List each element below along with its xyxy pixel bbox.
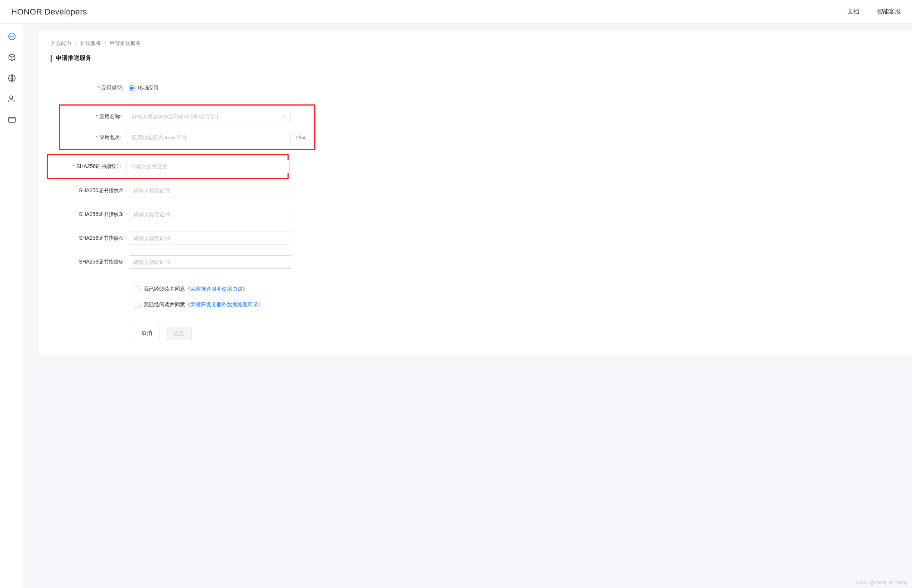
sidebar-chart-icon[interactable]: [7, 31, 17, 42]
content-area: 开放能力 / 推送服务 / 申请推送服务 申请推送服务 *应用类型:: [24, 24, 912, 588]
breadcrumb-item-0[interactable]: 开放能力: [50, 40, 71, 46]
sha2-row: SHA256证书指纹2:: [62, 183, 900, 198]
app-name-select[interactable]: [127, 110, 290, 123]
app-type-label: *应用类型:: [62, 85, 129, 91]
sha4-input[interactable]: [129, 231, 292, 245]
highlight-sha1: *SHA256证书指纹1:: [47, 154, 288, 179]
sha2-input[interactable]: [129, 184, 292, 197]
submit-button[interactable]: 提交: [166, 327, 192, 340]
sha1-row: *SHA256证书指纹1:: [59, 159, 283, 174]
package-name-label: *应用包名:: [60, 134, 127, 141]
svg-point-2: [10, 96, 13, 99]
agreement1-text: 我已经阅读并同意: [144, 286, 185, 292]
sidebar: $: [0, 24, 24, 588]
breadcrumb: 开放能力 / 推送服务 / 申请推送服务: [50, 40, 900, 47]
sha5-input[interactable]: [129, 255, 292, 269]
sha3-input[interactable]: [129, 208, 292, 221]
button-row: 取消 提交: [134, 327, 900, 340]
page-title: 申请推送服务: [56, 54, 91, 62]
sidebar-user-money-icon[interactable]: $: [7, 94, 17, 104]
header: HONOR Developers 文档 智能客服: [0, 0, 912, 24]
package-name-input[interactable]: [127, 131, 290, 144]
sha2-label: SHA256证书指纹2:: [62, 187, 129, 194]
title-bar-icon: [50, 55, 52, 62]
app-type-radio[interactable]: 移动应用: [129, 85, 159, 91]
app-type-row: *应用类型: 移动应用: [62, 81, 900, 95]
sha4-row: SHA256证书指纹4:: [62, 231, 900, 246]
agreement2-text: 我已经阅读并同意: [144, 301, 185, 308]
form: *应用类型: 移动应用 *应用名称:: [50, 81, 900, 340]
sha3-label: SHA256证书指纹3:: [62, 211, 129, 218]
nav-docs[interactable]: 文档: [847, 8, 859, 16]
nav-support[interactable]: 智能客服: [877, 8, 901, 16]
radio-icon: [129, 85, 134, 91]
sha1-input[interactable]: [126, 160, 290, 173]
sidebar-cube-plus-icon[interactable]: [7, 52, 17, 63]
sha5-label: SHA256证书指纹5:: [62, 259, 129, 265]
agreement1-checkbox[interactable]: [134, 286, 140, 292]
svg-rect-4: [8, 118, 15, 122]
sidebar-globe-icon[interactable]: [7, 73, 17, 83]
app-name-row: *应用名称:: [60, 109, 310, 124]
package-char-count: 0/64: [296, 134, 306, 141]
agreement2-checkbox[interactable]: [134, 302, 140, 308]
page-title-wrap: 申请推送服务: [50, 54, 900, 62]
cancel-button[interactable]: 取消: [134, 327, 160, 340]
agreement-row-2: 我已经阅读并同意 《荣耀开发者服务数据处理附录》: [134, 301, 900, 308]
sidebar-card-icon[interactable]: [7, 115, 17, 125]
highlight-app-info: *应用名称: *应用包名: [59, 105, 316, 150]
brand-logo: HONOR Developers: [11, 7, 87, 17]
breadcrumb-item-1[interactable]: 推送服务: [80, 40, 101, 46]
watermark: CSDN @sheng_er_sheng: [856, 580, 907, 585]
agreement-row-1: 我已经阅读并同意 《荣耀推送服务使用协议》: [134, 286, 900, 292]
sha4-label: SHA256证书指纹4:: [62, 235, 129, 242]
svg-text:$: $: [13, 99, 15, 103]
header-nav: 文档 智能客服: [847, 8, 901, 16]
app-name-label: *应用名称:: [60, 113, 127, 120]
breadcrumb-sep: /: [75, 40, 77, 46]
sha5-row: SHA256证书指纹5:: [62, 255, 900, 270]
agreement1-link[interactable]: 《荣耀推送服务使用协议》: [185, 286, 248, 292]
sha3-row: SHA256证书指纹3:: [62, 207, 900, 222]
app-type-value: 移动应用: [138, 85, 159, 91]
agreement2-link[interactable]: 《荣耀开发者服务数据处理附录》: [185, 301, 263, 308]
breadcrumb-sep: /: [105, 40, 106, 46]
package-name-row: *应用包名: 0/64: [60, 130, 310, 145]
sha1-label: *SHA256证书指纹1:: [59, 163, 126, 170]
breadcrumb-item-2: 申请推送服务: [110, 40, 141, 46]
